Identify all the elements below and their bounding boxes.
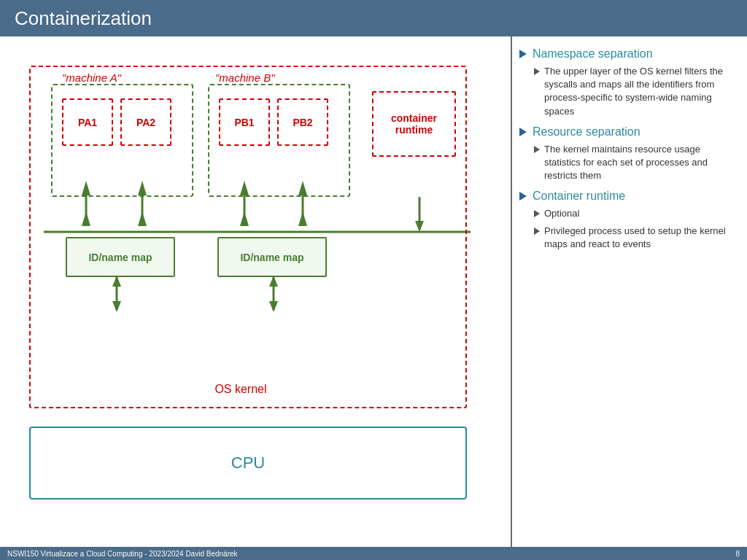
footer-page-number: 8 xyxy=(735,550,740,558)
bullet3b-triangle-icon xyxy=(534,228,540,235)
diagram-area: "machine A" "machine B" PA1 PA2 PB1 PB2 xyxy=(0,36,511,547)
slide-title: Containerization xyxy=(15,7,152,30)
section3-bullet1-text: Optional xyxy=(544,207,579,220)
cpu-label: CPU xyxy=(231,454,265,472)
section3-bullet2: Privileged process used to setup the ker… xyxy=(534,225,736,251)
container-runtime-box: container runtime xyxy=(372,91,456,157)
section1-header: Namespace separation xyxy=(519,47,736,61)
section2-title: Resource separation xyxy=(533,125,640,139)
process-pa1: PA1 xyxy=(62,98,113,146)
right-panel: Namespace separation The upper layer of … xyxy=(511,36,747,547)
process-pa2: PA2 xyxy=(120,98,171,146)
cpu-box: CPU xyxy=(29,427,467,499)
footer-left-text: NSWI150 Virtualizace a Cloud Computing -… xyxy=(7,550,238,558)
machine-b-label: "machine B" xyxy=(215,71,275,84)
section3-header: Container runtime xyxy=(519,190,736,203)
idmap1-box: ID/name map xyxy=(66,237,175,277)
process-pb1: PB1 xyxy=(219,98,270,146)
bullet3a-triangle-icon xyxy=(534,210,540,217)
idmap2-box: ID/name map xyxy=(217,237,327,277)
section2-bullet1: The kernel maintains resource usage stat… xyxy=(534,143,736,183)
os-kernel-label: OS kernel xyxy=(168,383,314,396)
section2-header: Resource separation xyxy=(519,125,736,139)
section1-bullet1: The upper layer of the OS kernel filters… xyxy=(534,65,736,118)
process-pb2: PB2 xyxy=(277,98,328,146)
bullet1-triangle-icon xyxy=(534,68,540,75)
slide-header: Containerization xyxy=(0,0,747,36)
machine-a-label: "machine A" xyxy=(62,71,121,84)
section3-title: Container runtime xyxy=(533,190,625,203)
section1-title: Namespace separation xyxy=(533,47,653,61)
bullet2-triangle-icon xyxy=(534,146,540,153)
section3-bullet2-text: Privileged process used to setup the ker… xyxy=(544,225,736,251)
slide-footer: NSWI150 Virtualizace a Cloud Computing -… xyxy=(0,547,747,560)
section3-bullet1: Optional xyxy=(534,207,736,220)
section2-bullet1-text: The kernel maintains resource usage stat… xyxy=(544,143,736,183)
section1-bullet1-text: The upper layer of the OS kernel filters… xyxy=(544,65,736,118)
section1-triangle-icon xyxy=(519,50,527,58)
section3-triangle-icon xyxy=(519,192,527,201)
section2-triangle-icon xyxy=(519,128,527,136)
